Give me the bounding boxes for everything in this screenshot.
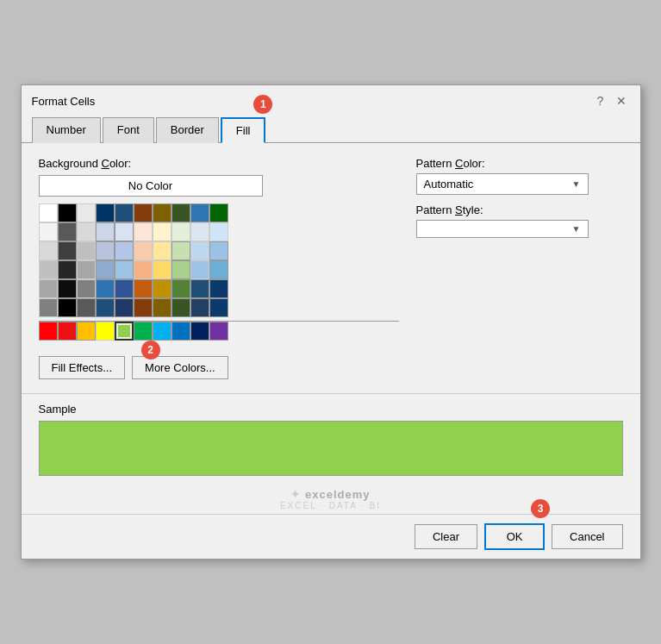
color-cell[interactable]	[153, 279, 171, 298]
pattern-style-dropdown[interactable]: ▼	[416, 220, 589, 238]
color-cell[interactable]	[77, 322, 96, 341]
color-cell[interactable]	[58, 298, 77, 317]
color-cell[interactable]	[77, 298, 96, 317]
color-cell[interactable]	[115, 222, 134, 241]
color-cell[interactable]	[39, 322, 58, 341]
pattern-color-dropdown[interactable]: Automatic ▼	[416, 173, 589, 195]
close-button[interactable]: ✕	[613, 92, 630, 109]
color-cell[interactable]	[171, 241, 190, 260]
color-cell[interactable]	[209, 222, 228, 241]
color-cell[interactable]	[134, 298, 153, 317]
annotation-3: 3	[531, 499, 550, 518]
color-cell[interactable]	[171, 322, 190, 341]
color-cell[interactable]	[190, 279, 209, 298]
color-cell[interactable]	[190, 298, 209, 317]
tab-border[interactable]: Border	[156, 117, 219, 143]
color-cell[interactable]	[115, 241, 134, 260]
color-cell[interactable]	[96, 222, 115, 241]
color-row-5	[39, 279, 399, 298]
color-cell[interactable]	[58, 260, 77, 279]
color-cell[interactable]	[209, 298, 228, 317]
color-cell[interactable]	[39, 298, 58, 317]
color-cell[interactable]	[96, 298, 115, 317]
color-cell[interactable]	[39, 222, 58, 241]
tab-bar: Number Font Border Fill 1	[22, 109, 640, 143]
cancel-button[interactable]: Cancel	[552, 524, 622, 549]
color-cell[interactable]	[39, 203, 58, 222]
color-cell[interactable]	[58, 322, 77, 341]
tab-fill[interactable]: Fill 1	[221, 117, 266, 143]
color-cell[interactable]	[39, 260, 58, 279]
color-cell[interactable]	[77, 279, 96, 298]
color-cell[interactable]	[171, 298, 190, 317]
color-cell[interactable]	[134, 222, 153, 241]
color-cell[interactable]	[115, 203, 134, 222]
tab-number[interactable]: Number	[32, 117, 101, 143]
color-cell[interactable]	[115, 279, 134, 298]
color-cell[interactable]	[153, 222, 171, 241]
help-button[interactable]: ?	[592, 92, 609, 109]
pattern-color-label: Pattern Color:	[416, 157, 623, 170]
color-cell[interactable]	[115, 260, 134, 279]
color-cell[interactable]	[153, 260, 171, 279]
color-row-3	[39, 241, 399, 260]
color-cell[interactable]	[171, 260, 190, 279]
tab-font[interactable]: Font	[103, 117, 154, 143]
dialog-body: Background Color: No Color	[22, 143, 640, 393]
color-row-2	[39, 222, 399, 241]
color-cell[interactable]	[209, 322, 228, 341]
color-cell[interactable]	[134, 279, 153, 298]
color-cell[interactable]	[96, 279, 115, 298]
color-cell[interactable]	[190, 203, 209, 222]
color-cell[interactable]	[58, 241, 77, 260]
more-colors-button[interactable]: More Colors...	[132, 356, 228, 379]
color-cell-selected[interactable]	[115, 322, 134, 341]
color-cell[interactable]	[39, 279, 58, 298]
color-cell[interactable]	[171, 203, 190, 222]
pattern-style-label: Pattern Style:	[416, 203, 623, 216]
color-cell[interactable]	[77, 241, 96, 260]
color-cell[interactable]	[209, 203, 228, 222]
color-cell[interactable]	[190, 241, 209, 260]
color-cell[interactable]	[134, 203, 153, 222]
color-cell[interactable]	[58, 203, 77, 222]
color-grid	[39, 203, 399, 341]
color-cell[interactable]	[39, 241, 58, 260]
color-cell[interactable]	[96, 260, 115, 279]
color-row-4	[39, 260, 399, 279]
color-cell[interactable]	[209, 260, 228, 279]
color-cell[interactable]	[58, 222, 77, 241]
color-cell[interactable]	[96, 203, 115, 222]
dropdown-arrow-icon: ▼	[572, 224, 581, 234]
color-cell[interactable]	[153, 241, 171, 260]
color-cell[interactable]	[77, 260, 96, 279]
color-cell[interactable]	[96, 322, 115, 341]
color-cell[interactable]	[171, 222, 190, 241]
color-cell[interactable]	[190, 222, 209, 241]
color-cell[interactable]	[190, 322, 209, 341]
color-cell[interactable]	[153, 298, 171, 317]
color-cell[interactable]	[58, 279, 77, 298]
color-cell[interactable]	[153, 203, 171, 222]
color-cell[interactable]	[77, 203, 96, 222]
color-cell[interactable]	[190, 260, 209, 279]
color-cell[interactable]	[77, 222, 96, 241]
color-cell[interactable]	[115, 298, 134, 317]
sample-section: Sample	[22, 393, 640, 485]
no-color-button[interactable]: No Color	[39, 175, 263, 197]
annotation-2: 2	[141, 341, 160, 360]
format-cells-dialog: Format Cells ? ✕ Number Font Border Fill…	[21, 84, 641, 560]
clear-button[interactable]: Clear	[415, 524, 477, 549]
color-cell[interactable]	[96, 241, 115, 260]
color-cell[interactable]	[153, 322, 171, 341]
fill-effects-button[interactable]: Fill Effects...	[39, 356, 126, 379]
ok-button[interactable]: OK	[484, 523, 545, 550]
color-cell[interactable]	[134, 322, 153, 341]
color-cell[interactable]	[171, 279, 190, 298]
right-panel: Pattern Color: Automatic ▼ Pattern Style…	[416, 157, 623, 379]
color-row-6	[39, 298, 399, 317]
color-cell[interactable]	[134, 241, 153, 260]
color-cell[interactable]	[209, 241, 228, 260]
color-cell[interactable]	[134, 260, 153, 279]
color-cell[interactable]	[209, 279, 228, 298]
